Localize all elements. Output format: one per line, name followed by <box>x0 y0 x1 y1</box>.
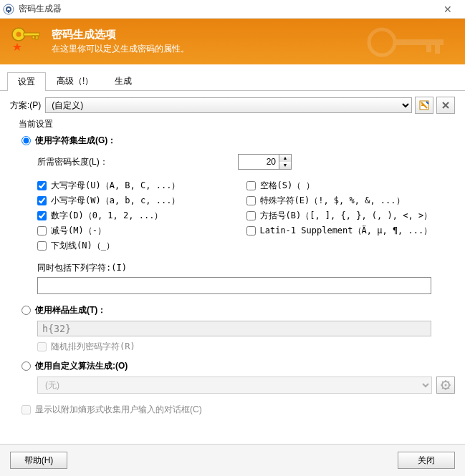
also-include-input[interactable] <box>37 277 431 294</box>
svg-rect-11 <box>426 45 431 52</box>
charset-right-checkbox-0[interactable] <box>246 181 256 190</box>
charset-left-checkbox-0[interactable] <box>37 181 47 190</box>
svg-rect-10 <box>435 45 440 54</box>
also-include-label: 同时包括下列字符:(I) <box>37 262 455 274</box>
banner-watermark <box>358 22 458 62</box>
svg-rect-6 <box>36 36 38 39</box>
charset-right-checkbox-2[interactable] <box>246 211 256 220</box>
help-button[interactable]: 帮助(H) <box>10 452 67 469</box>
radio-pattern-label: 使用样品生成(T)： <box>35 304 106 316</box>
svg-rect-5 <box>24 33 39 36</box>
banner-heading: 密码生成选项 <box>52 28 189 42</box>
tab-advanced[interactable]: 高级（!） <box>46 72 104 90</box>
tab-generate[interactable]: 生成 <box>104 72 143 90</box>
charset-right-label-1: 特殊字符(E)（!, $, %, &, ...） <box>260 195 405 207</box>
svg-point-8 <box>369 29 395 55</box>
scheme-label: 方案:(P) <box>10 99 41 112</box>
charset-left-checkbox-1[interactable] <box>37 196 47 205</box>
delete-scheme-button[interactable] <box>436 97 455 114</box>
banner: 密码生成选项 在这里你可以定义生成密码的属性。 <box>0 19 465 64</box>
charset-left-checkbox-2[interactable] <box>37 211 47 220</box>
svg-rect-7 <box>32 36 34 39</box>
svg-rect-9 <box>393 39 444 45</box>
shuffle-label: 随机排列密码字符(R) <box>51 341 135 353</box>
length-label: 所需密码长度(L)： <box>37 156 238 168</box>
tab-bar: 设置 高级（!） 生成 <box>0 69 465 91</box>
radio-algo-label: 使用自定义算法生成:(O) <box>35 360 128 372</box>
shuffle-checkbox <box>37 342 47 351</box>
charset-right-checkbox-3[interactable] <box>246 226 256 235</box>
charset-left-label-1: 小写字母(W)（a, b, c, ...） <box>51 195 180 207</box>
charset-left-checkbox-3[interactable] <box>37 226 47 235</box>
scheme-select[interactable]: (自定义) <box>45 97 412 113</box>
charset-right-checkbox-1[interactable] <box>246 196 256 205</box>
pattern-input <box>37 321 431 336</box>
charset-right-label-3: Latin-1 Supplement（Ä, µ, ¶, ...） <box>260 225 433 237</box>
tab-settings[interactable]: 设置 <box>7 72 46 91</box>
save-scheme-button[interactable] <box>415 97 433 114</box>
spinner-up-icon[interactable]: ▲ <box>279 155 291 162</box>
length-input[interactable] <box>239 155 279 169</box>
svg-point-4 <box>16 32 21 37</box>
close-icon[interactable]: ✕ <box>433 4 462 15</box>
svg-rect-2 <box>8 10 9 13</box>
titlebar: 密码生成器 ✕ <box>0 0 465 19</box>
banner-sub: 在这里你可以定义生成密码的属性。 <box>52 43 189 55</box>
charset-right-label-2: 方括号(B)（[, ], {, }, (, ), <, >） <box>260 210 433 222</box>
radio-pattern[interactable] <box>21 306 31 315</box>
charset-left-label-2: 数字(D)（0, 1, 2, ...） <box>51 210 163 222</box>
spinner-down-icon[interactable]: ▼ <box>279 162 291 169</box>
close-button[interactable]: 关闭 <box>398 452 455 469</box>
app-icon <box>3 4 14 15</box>
radio-charset[interactable] <box>21 136 31 145</box>
content: 方案:(P) (自定义) 当前设置 使用字符集生成(G)： 所需密码长度(L)：… <box>0 91 465 422</box>
charset-left-label-0: 大写字母(U)（A, B, C, ...） <box>51 180 180 192</box>
current-settings-label: 当前设置 <box>19 118 455 130</box>
charset-right-label-0: 空格(S)（ ） <box>260 180 315 192</box>
charset-left-label-4: 下划线(N)（_） <box>51 240 115 252</box>
radio-charset-label: 使用字符集生成(G)： <box>35 135 116 147</box>
radio-algo[interactable] <box>21 361 31 371</box>
charset-left-checkbox-4[interactable] <box>37 241 47 251</box>
entropy-checkbox <box>21 405 31 414</box>
footer: 帮助(H) 关闭 <box>0 444 465 476</box>
window-title: 密码生成器 <box>19 3 433 15</box>
svg-point-14 <box>445 384 447 387</box>
length-spinner[interactable]: ▲ ▼ <box>238 154 292 170</box>
charset-left-label-3: 减号(M)（-） <box>51 225 106 237</box>
entropy-label: 显示以附加熵形式收集用户输入的对话框(C) <box>35 404 202 416</box>
key-icon <box>9 24 43 59</box>
algo-select: (无) <box>37 377 432 394</box>
algo-config-button <box>436 377 455 394</box>
